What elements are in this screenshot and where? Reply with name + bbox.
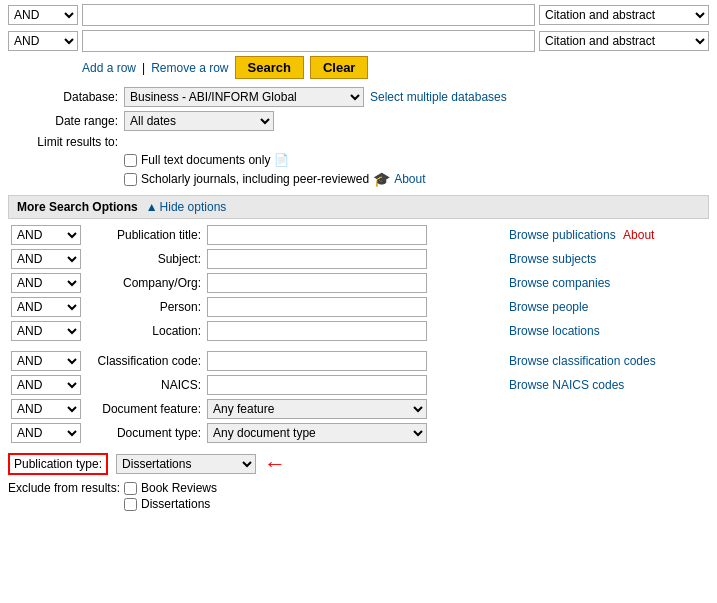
op-pub-title[interactable]: ANDORNOT xyxy=(11,225,81,245)
browse-people-link[interactable]: Browse people xyxy=(509,300,588,314)
doc-type-label: Document type: xyxy=(84,421,204,445)
add-row-link[interactable]: Add a row xyxy=(82,61,136,75)
fulltext-checkbox[interactable] xyxy=(124,154,137,167)
exclude-dissertations-row: Dissertations xyxy=(124,497,217,511)
op-doc-feature[interactable]: ANDORNOT xyxy=(11,399,81,419)
operator-select-1[interactable]: AND OR NOT xyxy=(8,5,78,25)
field-select-2[interactable]: Citation and abstract Title Abstract xyxy=(539,31,709,51)
limit-label: Limit results to: xyxy=(8,135,118,149)
database-label: Database: xyxy=(8,90,118,104)
company-input[interactable] xyxy=(207,273,427,293)
field-select-1[interactable]: Citation and abstract Title Abstract xyxy=(539,5,709,25)
subject-label: Subject: xyxy=(84,247,204,271)
subject-row: ANDORNOT Subject: Browse subjects xyxy=(8,247,709,271)
location-label: Location: xyxy=(84,319,204,343)
pub-type-select[interactable]: Dissertations Any publication type Books… xyxy=(116,454,256,474)
pub-title-label: Publication title: xyxy=(84,223,204,247)
red-arrow-icon: ← xyxy=(264,451,286,477)
operator-select-2[interactable]: AND OR NOT xyxy=(8,31,78,51)
graduation-icon: 🎓 xyxy=(373,171,390,187)
location-input[interactable] xyxy=(207,321,427,341)
browse-classification-link[interactable]: Browse classification codes xyxy=(509,354,656,368)
advanced-search-table: ANDORNOT Publication title: Browse publi… xyxy=(8,223,709,445)
person-label: Person: xyxy=(84,295,204,319)
naics-row: ANDORNOT NAICS: Browse NAICS codes xyxy=(8,373,709,397)
about-publications-link[interactable]: About xyxy=(623,228,654,242)
browse-locations-link[interactable]: Browse locations xyxy=(509,324,600,338)
about-scholarly-link[interactable]: About xyxy=(394,172,425,186)
op-classification[interactable]: ANDORNOT xyxy=(11,351,81,371)
exclude-dissertations-checkbox[interactable] xyxy=(124,498,137,511)
browse-companies-link[interactable]: Browse companies xyxy=(509,276,610,290)
pub-title-input[interactable] xyxy=(207,225,427,245)
location-row: ANDORNOT Location: Browse locations xyxy=(8,319,709,343)
database-select[interactable]: Business - ABI/INFORM Global xyxy=(124,87,364,107)
more-options-bar: More Search Options ▲ Hide options xyxy=(8,195,709,219)
fulltext-checkbox-row: Full text documents only 📄 xyxy=(124,153,709,167)
op-doc-type[interactable]: ANDORNOT xyxy=(11,423,81,443)
company-row: ANDORNOT Company/Org: Browse companies xyxy=(8,271,709,295)
clear-button[interactable]: Clear xyxy=(310,56,369,79)
op-location[interactable]: ANDORNOT xyxy=(11,321,81,341)
more-options-title: More Search Options xyxy=(17,200,138,214)
person-row: ANDORNOT Person: Browse people xyxy=(8,295,709,319)
pub-type-label: Publication type: xyxy=(14,457,102,471)
op-subject[interactable]: ANDORNOT xyxy=(11,249,81,269)
browse-publications-link[interactable]: Browse publications xyxy=(509,228,616,242)
publication-type-wrapper: Publication type: xyxy=(8,453,108,475)
company-label: Company/Org: xyxy=(84,271,204,295)
scholarly-label: Scholarly journals, including peer-revie… xyxy=(141,172,369,186)
search-row-2: AND OR NOT Citation and abstract Title A… xyxy=(8,30,709,52)
exclude-book-reviews-row: Book Reviews xyxy=(124,481,217,495)
scholarly-checkbox-row: Scholarly journals, including peer-revie… xyxy=(124,171,709,187)
classification-label: Classification code: xyxy=(84,349,204,373)
doc-type-row: ANDORNOT Document type: Any document typ… xyxy=(8,421,709,445)
separator: | xyxy=(142,61,145,75)
fulltext-label: Full text documents only xyxy=(141,153,270,167)
exclude-dissertations-label: Dissertations xyxy=(141,497,210,511)
naics-input[interactable] xyxy=(207,375,427,395)
search-button[interactable]: Search xyxy=(235,56,304,79)
doc-type-select[interactable]: Any document type Article Book xyxy=(207,423,427,443)
date-range-select[interactable]: All dates xyxy=(124,111,274,131)
hide-options-link[interactable]: ▲ Hide options xyxy=(146,200,227,214)
doc-feature-select[interactable]: Any feature Abstract Charts xyxy=(207,399,427,419)
person-input[interactable] xyxy=(207,297,427,317)
search-input-1[interactable] xyxy=(82,4,535,26)
browse-subjects-link[interactable]: Browse subjects xyxy=(509,252,596,266)
search-row-1: AND OR NOT Citation and abstract Title A… xyxy=(8,4,709,26)
hide-options-label: Hide options xyxy=(160,200,227,214)
limit-label-row: Limit results to: xyxy=(8,135,709,149)
scholarly-checkbox[interactable] xyxy=(124,173,137,186)
database-row: Database: Business - ABI/INFORM Global S… xyxy=(8,87,709,107)
op-person[interactable]: ANDORNOT xyxy=(11,297,81,317)
hide-arrow-icon: ▲ xyxy=(146,200,158,214)
date-range-row: Date range: All dates xyxy=(8,111,709,131)
subject-input[interactable] xyxy=(207,249,427,269)
document-icon: 📄 xyxy=(274,153,289,167)
date-range-label: Date range: xyxy=(8,114,118,128)
doc-feature-row: ANDORNOT Document feature: Any feature A… xyxy=(8,397,709,421)
classification-row: ANDORNOT Classification code: Browse cla… xyxy=(8,349,709,373)
op-naics[interactable]: ANDORNOT xyxy=(11,375,81,395)
pub-title-row: ANDORNOT Publication title: Browse publi… xyxy=(8,223,709,247)
naics-label: NAICS: xyxy=(84,373,204,397)
exclude-book-reviews-checkbox[interactable] xyxy=(124,482,137,495)
op-company[interactable]: ANDORNOT xyxy=(11,273,81,293)
doc-feature-label: Document feature: xyxy=(84,397,204,421)
classification-input[interactable] xyxy=(207,351,427,371)
remove-row-link[interactable]: Remove a row xyxy=(151,61,228,75)
exclude-label: Exclude from results: xyxy=(8,481,124,495)
search-input-2[interactable] xyxy=(82,30,535,52)
select-multiple-databases-link[interactable]: Select multiple databases xyxy=(370,90,507,104)
exclude-book-reviews-label: Book Reviews xyxy=(141,481,217,495)
browse-naics-link[interactable]: Browse NAICS codes xyxy=(509,378,624,392)
